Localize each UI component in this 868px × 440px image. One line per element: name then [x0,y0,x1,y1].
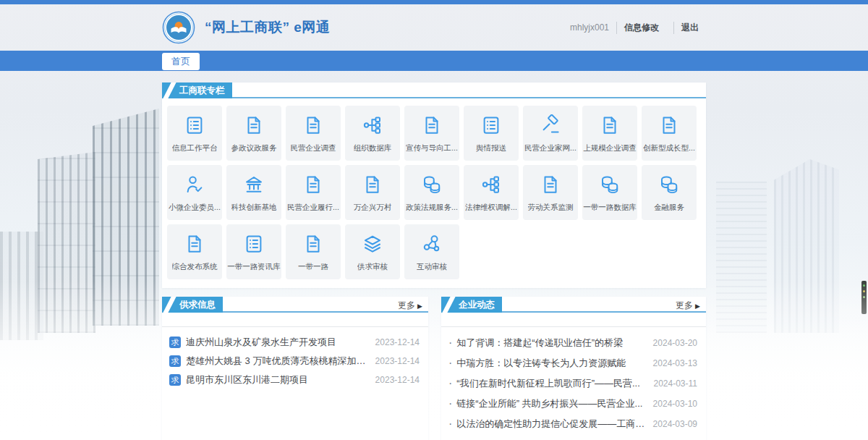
service-item-label: 信息工作平台 [172,143,218,153]
item-date: 2024-03-20 [653,338,697,348]
supply-demand-header: 供求信息 更多▶ [162,297,428,313]
news-row[interactable]: · 以法治的确定性助力提信心促发展——工商联... 2024-03-09 [448,414,697,434]
list-icon [480,114,503,137]
service-item[interactable]: 法律维权调解... [464,165,519,220]
service-item[interactable]: 综合发布系统 [167,224,222,279]
network-icon [420,232,443,255]
service-item-label: 综合发布系统 [172,262,218,272]
service-item-label: 参政议政服务 [231,143,277,153]
building-silhouette [0,232,43,340]
document-icon [658,114,681,137]
nav-tab-home[interactable]: 首页 [162,53,200,70]
item-title: “我们在新时代新征程上凯歌而行”——民营... [456,377,646,390]
item-title: 迪庆州山泉水及矿泉水生产开发项目 [186,336,368,349]
demand-badge: 求 [169,374,181,386]
service-item[interactable]: 民营企业履行... [286,165,341,220]
service-item-label: 一带一路数据库 [583,203,637,213]
person-check-icon [183,173,206,196]
building-silhouette [716,181,767,333]
service-item-label: 一带一路 [298,262,328,272]
service-item-label: 万企兴万村 [354,203,392,213]
bullet-icon: · [448,397,452,410]
service-item-label: 民营企业家网... [524,143,576,153]
document-icon [302,173,325,196]
document-icon [242,114,265,137]
service-item[interactable]: 科技创新基地 [226,165,281,220]
service-item[interactable]: 创新型成长型... [642,106,697,161]
site-title: “网上工商联” e网通 [205,18,330,37]
service-item[interactable]: 参政议政服务 [226,106,281,161]
service-item-label: 劳动关系监测 [528,203,574,213]
service-item[interactable]: 万企兴万村 [345,165,400,220]
orgchart-icon [480,173,503,196]
news-row[interactable]: · 中瑞方胜：以专注铸专长为人力资源赋能 2024-03-13 [448,353,697,373]
news-row[interactable]: · 知了背调：搭建起“传递职业信任”的桥梁 2024-03-20 [448,333,697,353]
supply-demand-more-link[interactable]: 更多▶ [398,300,422,312]
service-item-label: 一带一路资讯库 [227,262,281,272]
item-title: 昆明市东川区东川港二期项目 [186,373,368,386]
list-icon [242,232,265,255]
document-icon [302,232,325,255]
service-item-label: 互动审核 [417,262,447,272]
service-item-label: 民营企业履行... [287,203,339,213]
supply-demand-panel: 供求信息 更多▶ 求 迪庆州山泉水及矿泉水生产开发项目 2023-12-14 求… [162,297,428,440]
orgchart-icon [361,114,384,137]
background-cityscape-right [705,138,868,347]
service-item[interactable]: 小微企业委员... [167,165,222,220]
building-silhouette [774,159,839,333]
service-item-label: 组织数据库 [354,143,392,153]
document-icon [420,114,443,137]
service-item[interactable]: 一带一路数据库 [582,165,637,220]
building-silhouette [93,109,159,326]
service-item-label: 创新型成长型... [643,143,695,153]
service-item[interactable]: 供求审核 [345,224,400,279]
item-date: 2024-03-13 [653,358,697,368]
service-item-label: 民营企业调查 [291,143,336,153]
service-item[interactable]: 舆情报送 [464,106,519,161]
service-item-label: 科技创新基地 [231,203,277,213]
document-icon [183,232,206,255]
services-panel-header: 工商联专栏 [162,82,706,98]
service-item[interactable]: 互动审核 [404,224,459,279]
logout-link[interactable]: 退出 [673,22,706,34]
service-item[interactable]: 政策法规服务... [404,165,459,220]
document-icon [598,114,621,137]
supply-demand-row[interactable]: 求 楚雄州大姚县 3 万吨优质薄壳核桃精深加工及科... 2023-12-14 [169,352,420,371]
supply-demand-row[interactable]: 求 昆明市东川区东川港二期项目 2023-12-14 [169,371,420,389]
service-item[interactable]: 劳动关系监测 [523,165,578,220]
service-item[interactable]: 一带一路 [286,224,341,279]
service-item-label: 供求审核 [357,262,388,272]
bullet-icon: · [448,377,452,390]
supply-demand-list: 求 迪庆州山泉水及矿泉水生产开发项目 2023-12-14 求 楚雄州大姚县 3… [162,327,428,389]
services-panel: 工商联专栏 信息工作平台 参政议政服务 民营企业调查 组织数据库 宣传与导向工.… [162,82,706,288]
bullet-icon: · [448,418,452,431]
service-item[interactable]: 民营企业调查 [286,106,341,161]
news-row[interactable]: · 链接“企业所能” 共助乡村振兴——民营企业... 2024-03-10 [448,394,697,414]
main-nav: 首页 [0,51,868,71]
layers-icon [361,232,384,255]
enterprise-news-more-link[interactable]: 更多▶ [676,300,700,312]
supply-demand-row[interactable]: 求 迪庆州山泉水及矿泉水生产开发项目 2023-12-14 [169,333,420,352]
service-item[interactable]: 金融服务 [642,165,697,220]
enterprise-news-list: · 知了背调：搭建起“传递职业信任”的桥梁 2024-03-20 · 中瑞方胜：… [441,327,706,434]
edit-info-link[interactable]: 信息修改 [616,22,666,34]
enterprise-news-header: 企业动态 更多▶ [441,297,706,313]
user-box: mhlyjx001 信息修改 退出 [570,22,706,34]
service-item[interactable]: 宣传与导向工... [404,106,459,161]
traffic-light-decoration [861,281,867,314]
service-item[interactable]: 民营企业家网... [523,106,578,161]
bullet-icon: · [448,337,452,350]
service-item[interactable]: 上规模企业调查 [582,106,637,161]
service-item[interactable]: 信息工作平台 [167,106,222,161]
services-panel-title: 工商联专栏 [162,82,232,98]
demand-badge: 求 [169,337,181,348]
service-item[interactable]: 一带一路资讯库 [226,224,281,279]
more-arrow-icon: ▶ [417,302,422,310]
bullet-icon: · [448,357,452,370]
news-row[interactable]: · “我们在新时代新征程上凯歌而行”——民营... 2024-03-11 [448,373,697,394]
supply-demand-tabs [162,313,428,327]
enterprise-news-tabs [441,313,706,327]
service-item[interactable]: 组织数据库 [345,106,400,161]
item-title: 中瑞方胜：以专注铸专长为人力资源赋能 [456,357,645,370]
services-grid: 信息工作平台 参政议政服务 民营企业调查 组织数据库 宣传与导向工... 舆情报… [162,98,706,288]
